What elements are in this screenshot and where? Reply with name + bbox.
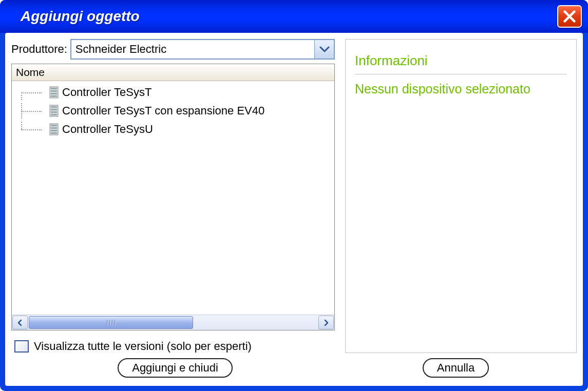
svg-rect-6 xyxy=(51,106,57,108)
svg-rect-12 xyxy=(51,127,57,129)
device-icon xyxy=(49,123,59,135)
close-icon xyxy=(562,9,577,24)
button-row: Aggiungi e chiudi Annulla xyxy=(11,358,577,380)
dialog-body: Produttore: Schneider Electric Nome xyxy=(5,33,583,386)
producer-select[interactable]: Schneider Electric xyxy=(70,39,335,60)
scrollbar-track[interactable] xyxy=(29,316,317,329)
svg-rect-14 xyxy=(51,132,57,134)
info-panel: Informazioni Nessun dispositivo selezion… xyxy=(345,39,577,353)
show-all-versions-checkbox[interactable] xyxy=(14,340,29,353)
tree-connector xyxy=(17,122,46,137)
svg-rect-3 xyxy=(51,93,57,94)
svg-rect-7 xyxy=(51,109,57,110)
window-title: Aggiungi oggetto xyxy=(21,8,140,25)
device-icon xyxy=(49,86,59,99)
tree-item[interactable]: Controller TeSysT con espansione EV40 xyxy=(12,102,334,120)
close-button[interactable] xyxy=(557,5,582,28)
info-heading: Informazioni xyxy=(355,53,567,69)
scroll-right-button[interactable] xyxy=(318,316,334,329)
left-column: Produttore: Schneider Electric Nome xyxy=(11,39,335,353)
info-message: Nessun dispositivo selezionato xyxy=(355,82,567,96)
svg-rect-1 xyxy=(51,88,57,89)
device-icon xyxy=(49,105,59,117)
tree-item-label: Controller TeSysU xyxy=(62,123,153,136)
show-all-versions-row: Visualizza tutte le versioni (solo per e… xyxy=(11,340,335,353)
tree-item-label: Controller TeSysT con espansione EV40 xyxy=(62,104,264,118)
tree-item[interactable]: Controller TeSysU xyxy=(12,120,334,139)
svg-rect-13 xyxy=(51,130,57,131)
producer-value: Schneider Electric xyxy=(75,43,166,56)
tree-item-label: Controller TeSysT xyxy=(62,86,151,99)
svg-rect-11 xyxy=(51,125,57,126)
producer-label: Produttore: xyxy=(11,43,67,56)
svg-rect-8 xyxy=(51,111,57,113)
svg-rect-2 xyxy=(51,90,57,92)
producer-row: Produttore: Schneider Electric xyxy=(11,39,335,60)
tree-column-header[interactable]: Nome xyxy=(12,64,334,81)
svg-rect-4 xyxy=(51,95,57,97)
columns: Produttore: Schneider Electric Nome xyxy=(11,39,577,353)
dropdown-button[interactable] xyxy=(314,40,334,58)
tree-item[interactable]: Controller TeSysT xyxy=(12,83,334,102)
device-tree: Nome Controller TeSysT xyxy=(11,64,335,330)
chevron-right-icon xyxy=(323,319,330,326)
info-divider xyxy=(355,74,567,74)
show-all-versions-label: Visualizza tutte le versioni (solo per e… xyxy=(34,340,252,353)
add-and-close-button[interactable]: Aggiungi e chiudi xyxy=(118,358,233,378)
dialog-window: Aggiungi oggetto Produttore: Schneider E… xyxy=(0,0,588,391)
chevron-left-icon xyxy=(16,319,24,326)
chevron-down-icon xyxy=(319,46,330,53)
horizontal-scrollbar[interactable] xyxy=(12,315,334,330)
tree-connector xyxy=(17,85,46,100)
svg-rect-9 xyxy=(51,114,57,115)
cancel-button[interactable]: Annulla xyxy=(423,358,489,378)
titlebar: Aggiungi oggetto xyxy=(0,0,588,33)
tree-body: Controller TeSysT Controller TeSysT con … xyxy=(12,81,334,315)
scrollbar-thumb[interactable] xyxy=(29,316,193,329)
tree-connector xyxy=(17,103,46,119)
scroll-left-button[interactable] xyxy=(12,316,28,329)
